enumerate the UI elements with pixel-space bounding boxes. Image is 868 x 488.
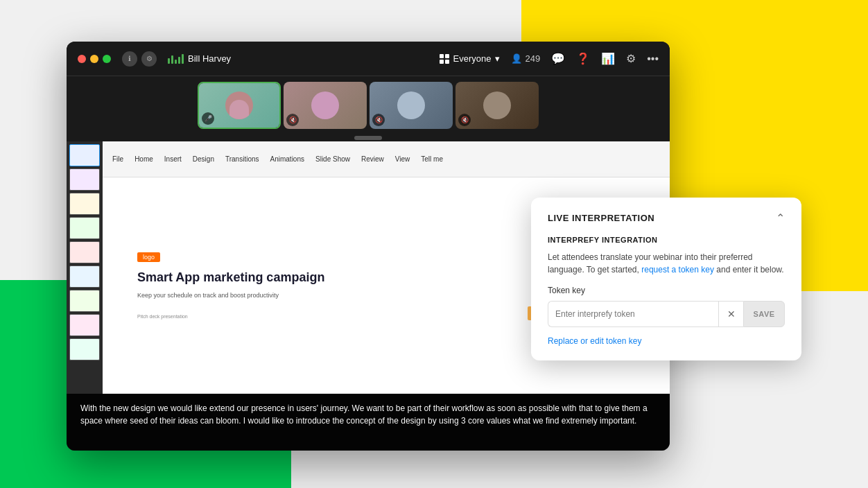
- slide-footer: Pitch deck presentation: [137, 314, 524, 319]
- traffic-light-close[interactable]: [78, 55, 86, 63]
- mic-active-icon: 🎤: [205, 115, 212, 122]
- token-clear-button[interactable]: ✕: [718, 301, 743, 327]
- token-save-button[interactable]: SAVE: [743, 301, 785, 327]
- participant-thumb-2[interactable]: 🔇: [284, 82, 367, 129]
- audio-bar-2: [171, 55, 173, 64]
- participant-count[interactable]: 👤 249: [511, 53, 540, 64]
- polls-icon[interactable]: 📊: [601, 52, 615, 65]
- audio-bar-1: [168, 58, 170, 64]
- title-bar: ℹ ⚙ Bill Harvey Everyone ▾: [67, 42, 670, 76]
- slide-thumb-1[interactable]: [69, 144, 100, 166]
- audio-bar-3: [175, 60, 177, 64]
- file-menu[interactable]: File: [108, 154, 128, 164]
- section-title: INTERPREFY INTEGRATION: [548, 236, 785, 244]
- audio-bar-4: [178, 57, 180, 64]
- slide-sidebar: [67, 141, 103, 394]
- caption-text: With the new design we would like extend…: [80, 403, 648, 426]
- panel-header: LIVE INTERPRETATION ⌃: [548, 211, 785, 225]
- expand-button[interactable]: [354, 136, 382, 140]
- slide-text-area: logo Smart App marketing campaign Keep y…: [137, 252, 524, 318]
- mic-muted-overlay-2: 🔇: [286, 114, 299, 126]
- more-icon[interactable]: •••: [647, 53, 659, 65]
- token-input[interactable]: [548, 301, 718, 327]
- mic-active-overlay: 🎤: [202, 112, 214, 125]
- audio-bars: [168, 54, 184, 64]
- slide-thumb-6[interactable]: [69, 265, 100, 288]
- replace-link[interactable]: Replace or edit token key: [548, 336, 641, 346]
- token-input-row: ✕ SAVE: [548, 301, 785, 327]
- traffic-light-minimize[interactable]: [90, 55, 98, 63]
- mic-muted-icon-4: 🔇: [461, 116, 469, 123]
- host-name-text: Bill Harvey: [188, 53, 231, 64]
- participant-thumb-1[interactable]: 🎤: [198, 82, 281, 129]
- section-desc: Let attendees translate your webinar int…: [548, 251, 785, 276]
- chat-icon[interactable]: 💬: [551, 52, 565, 65]
- settings-icon[interactable]: ⚙: [626, 52, 636, 65]
- slide-thumb-7[interactable]: [69, 290, 100, 312]
- panel-title: LIVE INTERPRETATION: [548, 213, 654, 223]
- host-name-display: Bill Harvey: [168, 53, 231, 64]
- qa-icon[interactable]: ❓: [576, 52, 590, 65]
- expand-bar: [67, 134, 670, 141]
- traffic-lights: [78, 55, 111, 63]
- caption-area: With the new design we would like extend…: [67, 394, 670, 451]
- title-bar-right: Everyone ▾ 👤 249 💬 ❓ 📊 ⚙ •••: [440, 52, 659, 65]
- participant-icon: 👤: [511, 53, 522, 64]
- interpretation-panel: LIVE INTERPRETATION ⌃ INTERPREFY INTEGRA…: [531, 198, 801, 360]
- slide-toolbar: File Home Insert Design Transitions Anim…: [103, 141, 670, 177]
- review-menu[interactable]: Review: [357, 154, 388, 164]
- tellme-menu[interactable]: Tell me: [417, 154, 447, 164]
- slide-subtitle: Keep your schedule on track and boost pr…: [137, 291, 524, 300]
- collapse-button[interactable]: ⌃: [776, 211, 785, 225]
- desc-after: and enter it below.: [714, 265, 784, 274]
- token-link[interactable]: request a token key: [641, 265, 714, 274]
- token-label: Token key: [548, 286, 785, 295]
- mic-muted-icon-3: 🔇: [375, 116, 383, 123]
- slide-thumb-8[interactable]: [69, 314, 100, 336]
- slide-thumb-2[interactable]: [69, 168, 100, 191]
- home-menu[interactable]: Home: [130, 154, 157, 164]
- slide-thumb-9[interactable]: [69, 338, 100, 360]
- participant-thumb-4[interactable]: 🔇: [455, 82, 539, 129]
- traffic-light-fullscreen[interactable]: [103, 55, 111, 63]
- mic-muted-overlay-4: 🔇: [458, 114, 471, 126]
- audio-bar-5: [182, 54, 184, 64]
- slide-thumb-3[interactable]: [69, 193, 100, 215]
- participant-thumb-3[interactable]: 🔇: [370, 82, 453, 129]
- slideshow-menu[interactable]: Slide Show: [311, 154, 354, 164]
- slide-thumb-5[interactable]: [69, 241, 100, 263]
- settings-small-icon[interactable]: ⚙: [141, 51, 157, 67]
- transitions-menu[interactable]: Transitions: [221, 154, 263, 164]
- mic-muted-icon-2: 🔇: [289, 116, 297, 123]
- view-menu[interactable]: View: [391, 154, 415, 164]
- design-menu[interactable]: Design: [189, 154, 218, 164]
- slide-thumb-4[interactable]: [69, 217, 100, 239]
- mic-muted-overlay-3: 🔇: [372, 114, 385, 126]
- slide-title: Smart App marketing campaign: [137, 270, 524, 286]
- chevron-down-icon: ▾: [495, 53, 500, 64]
- insert-menu[interactable]: Insert: [160, 154, 186, 164]
- participants-row: 🎤 🔇 🔇 🔇: [67, 76, 670, 134]
- animations-menu[interactable]: Animations: [266, 154, 309, 164]
- everyone-dropdown[interactable]: Everyone ▾: [440, 53, 501, 64]
- slide-logo-badge: logo: [137, 252, 160, 262]
- info-icon[interactable]: ℹ: [122, 51, 137, 67]
